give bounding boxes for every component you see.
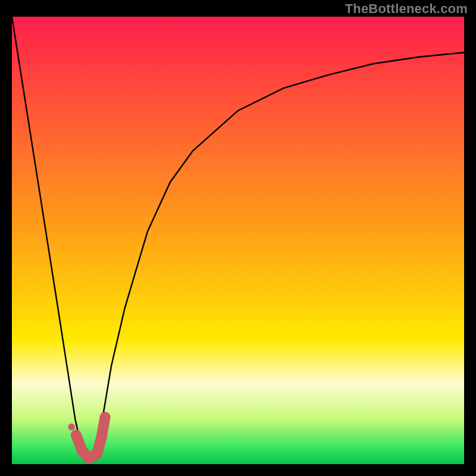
chart-container: TheBottleneck.com <box>0 0 476 476</box>
highlight-dot <box>68 424 75 431</box>
gradient-plot-area <box>12 17 464 464</box>
bottleneck-chart <box>0 0 476 476</box>
watermark-text: TheBottleneck.com <box>345 1 468 17</box>
